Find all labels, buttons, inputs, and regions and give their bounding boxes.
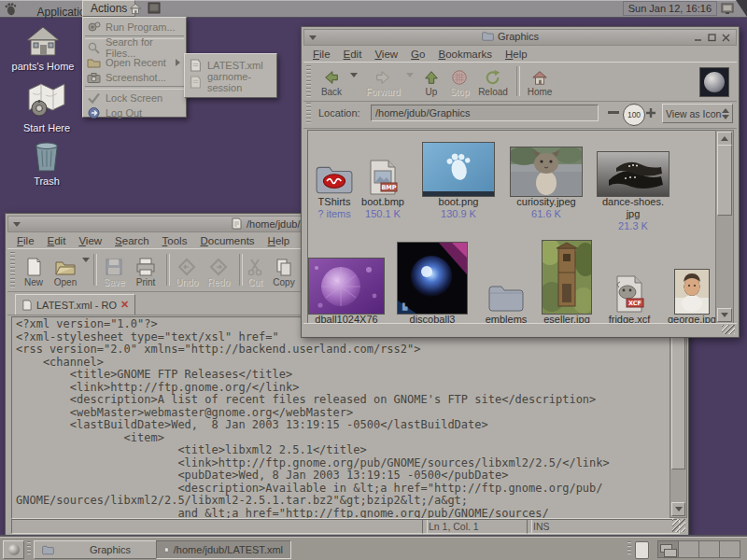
zoom-in-icon[interactable] bbox=[645, 107, 656, 119]
resize-grip[interactable] bbox=[672, 519, 685, 532]
gnome-main-menu[interactable] bbox=[0, 0, 25, 17]
taskbar: Graphics /home/jdub/LATEST.xml bbox=[0, 537, 747, 560]
gedit-scrollbar[interactable] bbox=[669, 316, 687, 518]
spinner-arrows-icon bbox=[722, 108, 729, 119]
show-desktop-button[interactable] bbox=[3, 540, 24, 559]
window-menu-icon[interactable] bbox=[309, 35, 317, 40]
menu-bookmarks[interactable]: Bookmarks bbox=[438, 49, 492, 60]
start-here-icon bbox=[25, 80, 68, 119]
back-dropdown[interactable] bbox=[350, 77, 358, 94]
actions-menu[interactable]: Actions bbox=[82, 0, 135, 17]
scrollbar-down-button[interactable] bbox=[717, 308, 732, 322]
zoom-out-icon[interactable] bbox=[608, 111, 619, 114]
pager-applet-icon[interactable] bbox=[635, 541, 649, 559]
file-discoball3[interactable]: ▙ discoball3 bbox=[396, 230, 469, 324]
file-eseller-jpg[interactable]: eseller.jpg bbox=[540, 230, 594, 324]
print-button[interactable]: Print bbox=[131, 253, 161, 287]
show-desktop-icon bbox=[8, 544, 20, 555]
location-input[interactable] bbox=[371, 105, 599, 121]
boot-png-thumbnail bbox=[423, 143, 494, 196]
home-button[interactable]: Home bbox=[524, 64, 556, 97]
tab-close-icon[interactable]: ✕ bbox=[120, 299, 129, 311]
open-button[interactable]: Open bbox=[50, 253, 80, 287]
file-boot-png[interactable]: boot.png 130.9 K bbox=[422, 138, 495, 220]
scrollbar-up-button[interactable] bbox=[717, 132, 732, 146]
code-line: <description>A list of recent files rele… bbox=[16, 394, 673, 407]
panel-hide-button[interactable] bbox=[736, 0, 747, 17]
maximize-button[interactable] bbox=[706, 32, 718, 43]
menu-tools[interactable]: Tools bbox=[162, 235, 188, 246]
menu-view[interactable]: View bbox=[78, 235, 102, 246]
desktop-icon-start-here[interactable]: Start Here bbox=[7, 80, 86, 133]
gedit-text-area[interactable]: <?xml version="1.0"?> <?xml-stylesheet t… bbox=[11, 316, 674, 519]
menu-item-search-for-files[interactable]: Search for Files... bbox=[83, 40, 186, 55]
discoball3-thumbnail: ▙ bbox=[398, 243, 467, 314]
file-dball1024x76[interactable]: dball1024X76 bbox=[308, 239, 385, 324]
menu-view[interactable]: View bbox=[374, 49, 398, 60]
menu-documents[interactable]: Documents bbox=[200, 235, 254, 246]
submenu-item-garnome-session[interactable]: garnome-session bbox=[185, 74, 276, 91]
file-curiosity-jpeg[interactable]: curiosity.jpeg 61.6 K bbox=[510, 138, 583, 220]
workspace-1[interactable] bbox=[657, 540, 679, 558]
menu-item-run-program[interactable]: Run Program... bbox=[83, 20, 186, 35]
workspace-3[interactable] bbox=[698, 540, 720, 558]
file-emblems[interactable]: emblems bbox=[480, 239, 532, 324]
reload-icon bbox=[485, 69, 501, 86]
graphics-titlebar[interactable]: Graphics bbox=[303, 29, 737, 46]
toolbar-grip[interactable] bbox=[10, 252, 15, 287]
taskbar-grip[interactable] bbox=[27, 541, 31, 556]
menu-file[interactable]: File bbox=[17, 235, 35, 246]
scrollbar-down-button[interactable] bbox=[671, 502, 685, 516]
reload-button[interactable]: Reload bbox=[475, 64, 511, 97]
scrollbar-thumb[interactable] bbox=[717, 145, 732, 216]
clock-applet[interactable]: Sun Jan 12, 16:16 bbox=[623, 1, 717, 16]
menu-search[interactable]: Search bbox=[115, 235, 148, 246]
document-icon bbox=[21, 300, 33, 311]
file-dance-shoes-jpg[interactable]: dance-shoes. jpg 21.3 K bbox=[597, 138, 669, 232]
open-dropdown[interactable] bbox=[82, 262, 90, 279]
file-boot-bmp[interactable]: BMP boot.bmp 150.1 K bbox=[347, 138, 418, 220]
code-line: <title>libxml2 2.5.1</title> bbox=[16, 444, 673, 457]
minimize-button[interactable] bbox=[692, 32, 704, 43]
code-line: <description>Available in &lt;a href="ht… bbox=[16, 483, 673, 496]
menu-help[interactable]: Help bbox=[505, 49, 528, 60]
menu-file[interactable]: File bbox=[313, 49, 331, 60]
folder-icon bbox=[87, 56, 101, 69]
close-button[interactable] bbox=[720, 32, 732, 43]
file-fridge-xcf[interactable]: XCF fridge.xcf bbox=[603, 239, 655, 324]
desktop-icon-trash[interactable]: Trash bbox=[7, 138, 86, 187]
menu-item-lock-screen[interactable]: Lock Screen bbox=[83, 91, 186, 105]
toolbar-grip[interactable] bbox=[306, 103, 311, 125]
task-button-graphics[interactable]: Graphics bbox=[34, 540, 170, 559]
scrollbar-thumb[interactable] bbox=[671, 318, 685, 469]
file-george-jpg[interactable]: george.jpg bbox=[669, 239, 715, 324]
back-button[interactable]: Back bbox=[316, 64, 347, 97]
new-button[interactable]: New bbox=[19, 253, 49, 287]
menu-go[interactable]: Go bbox=[411, 49, 425, 60]
reload-label: Reload bbox=[478, 87, 508, 97]
window-menu-icon[interactable] bbox=[13, 222, 21, 227]
screenshot-applet-icon[interactable] bbox=[721, 2, 734, 19]
submenu-arrow-icon bbox=[176, 59, 180, 66]
desktop-icon-home[interactable]: pants's Home bbox=[0, 24, 86, 72]
menu-item-screenshot[interactable]: Screenshot... bbox=[83, 70, 186, 85]
menu-item-log-out[interactable]: Log Out bbox=[83, 105, 186, 120]
menu-edit[interactable]: Edit bbox=[344, 49, 362, 60]
resize-grip[interactable] bbox=[722, 325, 735, 334]
menu-edit[interactable]: Edit bbox=[48, 235, 66, 246]
up-button[interactable]: Up bbox=[419, 64, 444, 97]
taskbar-grip[interactable] bbox=[627, 541, 631, 556]
redo-button: Redo bbox=[204, 253, 233, 287]
toolbar-grip[interactable] bbox=[306, 65, 311, 97]
code-line: <link>http://ftp.gnome.org/pub/GNOME/sou… bbox=[16, 457, 673, 470]
tab-latest-xml[interactable]: LATEST.xml - RO ✕ bbox=[15, 294, 135, 315]
copy-button[interactable]: Copy bbox=[269, 253, 299, 287]
view-mode-select[interactable]: View as Icons bbox=[662, 104, 733, 123]
menu-help[interactable]: Help bbox=[268, 235, 290, 246]
zoom-level-indicator[interactable]: 100 bbox=[623, 104, 645, 126]
task-button-latest-xml[interactable]: /home/jdub/LATEST.xml bbox=[156, 540, 291, 559]
workspace-2[interactable] bbox=[678, 540, 699, 558]
workspace-4[interactable] bbox=[719, 540, 740, 558]
menu-separator bbox=[85, 86, 184, 90]
graphics-scrollbar[interactable] bbox=[715, 130, 734, 324]
